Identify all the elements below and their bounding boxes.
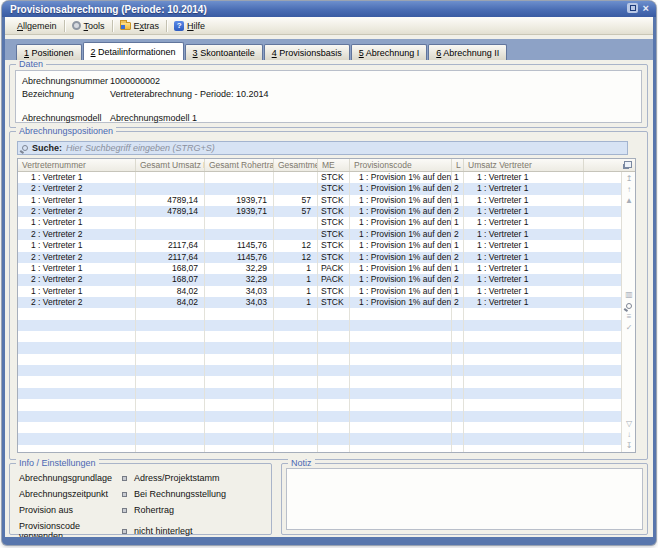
title-bar[interactable]: Provisionsabrechnung (Periode: 10.2014) …	[2, 1, 656, 17]
info-row: AbrechnungszeitpunktBei Rechnungsstellun…	[19, 489, 226, 499]
table-filler-row	[18, 399, 635, 410]
row-down-icon[interactable]: ▽	[622, 419, 636, 429]
bullet-icon	[122, 476, 127, 481]
table-row[interactable]: 1 : Vertreter 12117,641145,7612STCK1 : P…	[18, 240, 635, 251]
table-filler-row	[18, 411, 635, 422]
tab-skontoanteile[interactable]: 3 Skontoanteile	[185, 44, 263, 60]
grid-nav-strip: ↥↑▲▥≡✓▽↓↧	[621, 172, 635, 452]
tab-label: Detailinformationen	[96, 47, 176, 57]
table-row[interactable]: 2 : Vertreter 24789,141939,7157STCK1 : P…	[18, 206, 635, 217]
gear-icon	[72, 21, 81, 30]
bullet-icon	[122, 508, 127, 513]
table-filler-row	[18, 342, 635, 353]
column-header[interactable]: Umsatz Vertreter	[464, 159, 584, 171]
table-filler-row	[18, 320, 635, 331]
tab-label: Positionen	[29, 48, 74, 58]
daten-field: AbrechnungsmodellAbrechnungsmodell 1	[22, 113, 197, 123]
info-label: Abrechnungszeitpunkt	[19, 489, 122, 499]
field-value: Vertreterabrechnung - Periode: 10.2014	[110, 89, 269, 99]
tab-abrechnung-ii[interactable]: 6 Abrechnung II	[428, 44, 507, 60]
info-value: Rohertrag	[134, 505, 174, 515]
search-bar[interactable]: Suche:	[17, 141, 628, 155]
zoom-icon[interactable]	[622, 301, 636, 312]
column-header[interactable]	[584, 159, 620, 171]
bullet-icon	[122, 492, 127, 497]
field-label: Abrechnungsnummer	[22, 76, 110, 86]
toolbar-separator	[64, 20, 65, 32]
scroll-down-icon[interactable]: ↓	[622, 430, 636, 440]
window-body: AllgemeinToolsExtrasHilfe 1 Positionen2 …	[5, 17, 653, 537]
table-row[interactable]: 2 : Vertreter 22117,641145,7612STCK1 : P…	[18, 252, 635, 263]
row-up-icon[interactable]: ▲	[622, 196, 636, 206]
field-label: Abrechnungsmodell	[22, 113, 110, 123]
table-filler-row	[18, 354, 635, 365]
search-input[interactable]	[66, 143, 623, 153]
column-header[interactable]: Gesamtmenge	[274, 159, 318, 171]
info-value: nicht hinterlegt	[134, 526, 193, 536]
check-icon[interactable]: ✓	[622, 323, 636, 333]
bullet-icon	[122, 529, 127, 534]
table-row[interactable]: 1 : Vertreter 1STCK1 : Provision 1% auf …	[18, 172, 635, 183]
toolbar-button-tools[interactable]: Tools	[67, 19, 110, 33]
column-chooser-icon[interactable]: ▥	[622, 290, 636, 300]
column-header[interactable]: Vertreternummer	[18, 159, 136, 171]
scroll-to-top-icon[interactable]: ↥	[622, 174, 636, 184]
info-row: Provisionscode verwendennicht hinterlegt	[19, 521, 193, 537]
table-row[interactable]: 1 : Vertreter 1STCK1 : Provision 1% auf …	[18, 217, 635, 228]
table-row[interactable]: 1 : Vertreter 1168,0732,291PACK1 : Provi…	[18, 263, 635, 274]
info-row: AbrechnungsgrundlageAdress/Projektstamm	[19, 473, 220, 483]
field-label: Bezeichnung	[22, 89, 110, 99]
tab-positionen[interactable]: 1 Positionen	[16, 44, 82, 60]
window-title: Provisionsabrechnung (Periode: 10.2014)	[2, 4, 207, 15]
info-legend: Info / Einstellungen	[16, 459, 99, 468]
column-header[interactable]: ME	[318, 159, 350, 171]
tab-provisionsbasis[interactable]: 4 Provisionsbasis	[264, 44, 350, 60]
help-icon	[174, 21, 184, 31]
table-row[interactable]: 2 : Vertreter 2STCK1 : Provision 1% auf …	[18, 229, 635, 240]
table-row[interactable]: 1 : Vertreter 184,0234,031STCK1 : Provis…	[18, 286, 635, 297]
scroll-to-bottom-icon[interactable]: ↧	[622, 441, 636, 451]
info-label: Abrechnungsgrundlage	[19, 473, 122, 483]
toolbar-button-label: Tools	[84, 21, 105, 31]
info-value: Bei Rechnungsstellung	[134, 489, 226, 499]
info-row: Provision ausRohertrag	[19, 505, 174, 515]
table-row[interactable]: 2 : Vertreter 284,0234,031STCK1 : Provis…	[18, 297, 635, 308]
table-row[interactable]: 1 : Vertreter 14789,141939,7157STCK1 : P…	[18, 195, 635, 206]
tab-label: Abrechnung II	[441, 48, 499, 58]
toolbar-button-label: Extras	[134, 21, 160, 31]
search-label: Suche:	[32, 143, 62, 153]
column-header[interactable]: Gesamt Umsatz EUR	[136, 159, 205, 171]
tab-detailinformationen[interactable]: 2 Detailinformationen	[83, 42, 184, 60]
toolbar-button-hilfe[interactable]: Hilfe	[169, 19, 210, 33]
table-filler-row	[18, 445, 635, 453]
table-filler-row	[18, 331, 635, 342]
scroll-up-icon[interactable]: ↑	[622, 185, 636, 195]
search-icon	[22, 145, 28, 151]
info-einstellungen-groupbox: Info / Einstellungen Abrechnungsgrundlag…	[9, 463, 272, 535]
close-icon[interactable]: ×	[643, 3, 649, 13]
table-row[interactable]: 2 : Vertreter 2STCK1 : Provision 1% auf …	[18, 183, 635, 194]
tab-abrechnung-i[interactable]: 5 Abrechnung I	[351, 44, 428, 60]
screen: Provisionsabrechnung (Periode: 10.2014) …	[0, 0, 658, 548]
info-label: Provision aus	[19, 505, 122, 515]
daten-groupbox: Daten Abrechnungsnummer1000000002Bezeich…	[9, 64, 648, 128]
table-filler-row	[18, 433, 635, 444]
toolbar-button-label: Hilfe	[187, 21, 205, 31]
restore-window-icon[interactable]	[627, 3, 638, 13]
toolbar-button-extras[interactable]: Extras	[115, 19, 165, 33]
table-filler-row	[18, 308, 635, 319]
daten-field: BezeichnungVertreterabrechnung - Periode…	[22, 89, 269, 99]
column-header[interactable]: Provisionscode	[350, 159, 452, 171]
toolbar: AllgemeinToolsExtrasHilfe	[5, 17, 653, 35]
tab-label: Skontoanteile	[198, 48, 255, 58]
sum-icon[interactable]: ≡	[622, 312, 636, 322]
tab-label: Provisionsbasis	[277, 48, 342, 58]
table-row[interactable]: 2 : Vertreter 2168,0732,291PACK1 : Provi…	[18, 274, 635, 285]
notiz-textarea[interactable]	[286, 468, 643, 530]
table-filler-row	[18, 388, 635, 399]
column-chooser-icon[interactable]	[624, 161, 632, 168]
toolbar-separator	[166, 20, 167, 32]
toolbar-button-allgemein[interactable]: Allgemein	[9, 19, 62, 33]
column-header[interactable]: Gesamt Rohertrag EUR	[205, 159, 274, 171]
column-header[interactable]: L	[452, 159, 464, 171]
